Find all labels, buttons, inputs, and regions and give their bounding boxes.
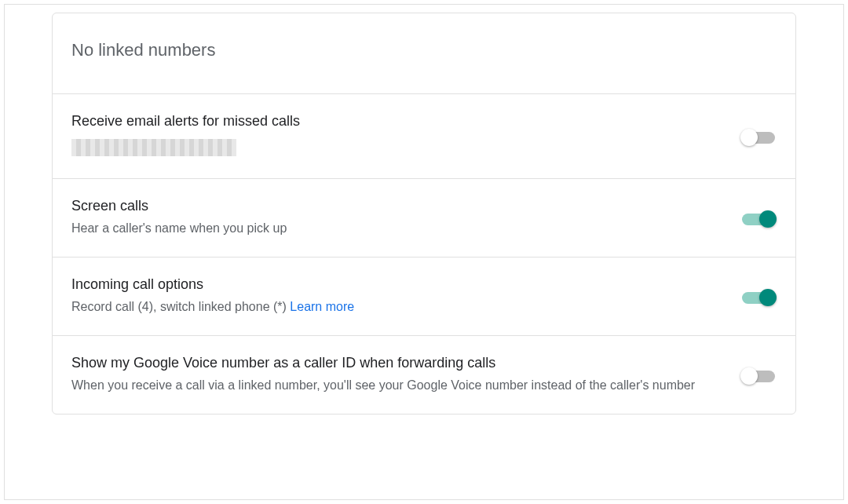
setting-screen-calls-title: Screen calls — [71, 198, 722, 214]
setting-screen-calls-desc: Hear a caller's name when you pick up — [71, 219, 722, 238]
toggle-email-alerts[interactable] — [740, 129, 777, 144]
toggle-incoming-options[interactable] — [740, 289, 777, 305]
linked-numbers-header: No linked numbers — [53, 13, 795, 94]
setting-screen-calls: Screen calls Hear a caller's name when y… — [53, 179, 795, 257]
setting-incoming-options-title: Incoming call options — [71, 276, 722, 293]
setting-caller-id-text: Show my Google Voice number as a caller … — [71, 355, 722, 395]
setting-caller-id-title: Show my Google Voice number as a caller … — [71, 355, 722, 371]
setting-incoming-options: Incoming call options Record call (4), s… — [53, 257, 795, 336]
setting-caller-id: Show my Google Voice number as a caller … — [53, 336, 795, 414]
setting-incoming-options-desc: Record call (4), switch linked phone (*)… — [71, 298, 722, 316]
setting-email-alerts: Receive email alerts for missed calls — [53, 94, 795, 179]
setting-screen-calls-text: Screen calls Hear a caller's name when y… — [71, 198, 722, 238]
toggle-knob — [759, 210, 777, 228]
settings-card: No linked numbers Receive email alerts f… — [52, 13, 796, 415]
setting-email-alerts-title: Receive email alerts for missed calls — [71, 113, 722, 130]
setting-email-alerts-text: Receive email alerts for missed calls — [71, 113, 722, 159]
learn-more-link[interactable]: Learn more — [290, 300, 354, 313]
redacted-email-value — [71, 139, 236, 156]
settings-panel-frame: No linked numbers Receive email alerts f… — [4, 4, 844, 500]
toggle-knob — [740, 367, 758, 385]
toggle-screen-calls[interactable] — [740, 210, 777, 226]
incoming-options-desc-prefix: Record call (4), switch linked phone (*) — [71, 300, 290, 313]
toggle-knob — [759, 289, 777, 306]
setting-caller-id-desc: When you receive a call via a linked num… — [71, 376, 722, 395]
toggle-caller-id[interactable] — [740, 367, 777, 383]
setting-incoming-options-text: Incoming call options Record call (4), s… — [71, 276, 722, 316]
toggle-knob — [740, 129, 758, 146]
linked-numbers-title: No linked numbers — [71, 40, 777, 60]
